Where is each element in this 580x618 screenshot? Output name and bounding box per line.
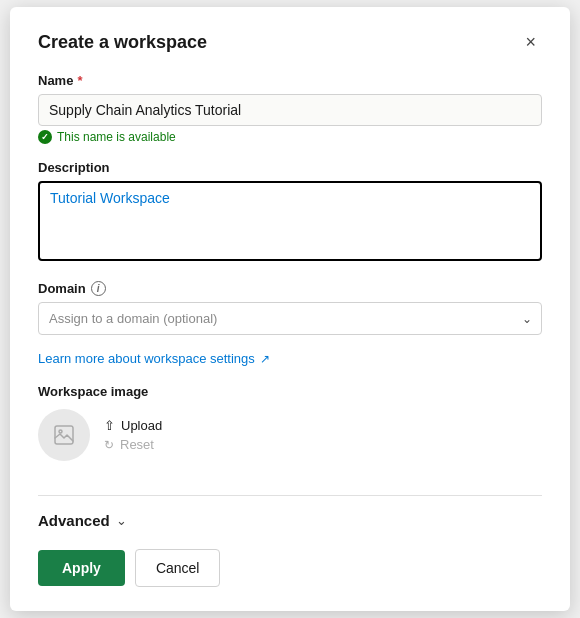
modal-header: Create a workspace ×: [38, 31, 542, 53]
cancel-button[interactable]: Cancel: [135, 549, 221, 587]
workspace-image-section: Workspace image ⇧ Upload ↻ Reset: [38, 384, 542, 461]
advanced-section[interactable]: Advanced ⌄: [38, 512, 542, 529]
modal-title: Create a workspace: [38, 32, 207, 53]
availability-message: ✓ This name is available: [38, 130, 542, 144]
description-label: Description: [38, 160, 542, 175]
name-field-group: Name * ✓ This name is available: [38, 73, 542, 144]
domain-label: Domain i: [38, 281, 542, 296]
create-workspace-modal: Create a workspace × Name * ✓ This name …: [10, 7, 570, 611]
domain-select-wrapper: Assign to a domain (optional) ⌄: [38, 302, 542, 335]
image-controls: ⇧ Upload ↻ Reset: [38, 409, 542, 461]
advanced-label: Advanced: [38, 512, 110, 529]
image-placeholder: [38, 409, 90, 461]
image-actions: ⇧ Upload ↻ Reset: [104, 418, 162, 452]
external-link-icon: ↗: [260, 352, 270, 366]
upload-button[interactable]: ⇧ Upload: [104, 418, 162, 433]
upload-icon: ⇧: [104, 418, 115, 433]
workspace-image-label: Workspace image: [38, 384, 542, 399]
advanced-chevron-icon: ⌄: [116, 513, 127, 528]
reset-icon: ↻: [104, 438, 114, 452]
section-divider: [38, 495, 542, 496]
svg-point-1: [59, 430, 62, 433]
image-placeholder-icon: [52, 423, 76, 447]
learn-more-link[interactable]: Learn more about workspace settings ↗: [38, 351, 542, 366]
close-button[interactable]: ×: [519, 31, 542, 53]
domain-select[interactable]: Assign to a domain (optional): [38, 302, 542, 335]
name-input[interactable]: [38, 94, 542, 126]
reset-button[interactable]: ↻ Reset: [104, 437, 162, 452]
domain-info-icon: i: [91, 281, 106, 296]
description-textarea[interactable]: Tutorial Workspace: [38, 181, 542, 261]
availability-icon: ✓: [38, 130, 52, 144]
apply-button[interactable]: Apply: [38, 550, 125, 586]
domain-field-group: Domain i Assign to a domain (optional) ⌄: [38, 281, 542, 335]
name-label: Name *: [38, 73, 542, 88]
footer-actions: Apply Cancel: [38, 549, 542, 587]
required-indicator: *: [77, 73, 82, 88]
description-field-group: Description Tutorial Workspace: [38, 160, 542, 265]
